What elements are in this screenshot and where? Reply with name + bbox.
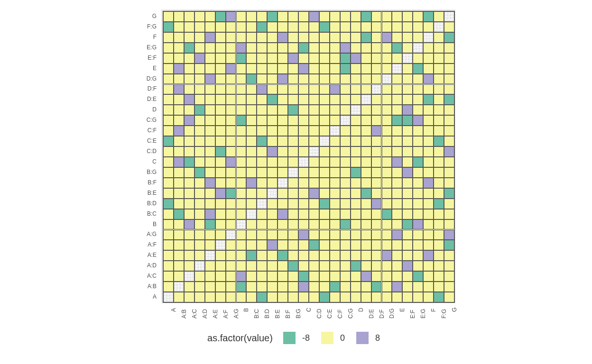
heatmap-cell bbox=[309, 74, 319, 84]
heatmap-cell bbox=[194, 209, 205, 219]
heatmap-cell bbox=[246, 250, 257, 261]
heatmap-cell bbox=[194, 126, 205, 136]
heatmap-cell bbox=[371, 74, 382, 84]
heatmap-cell bbox=[288, 22, 298, 32]
heatmap-cell bbox=[163, 219, 174, 230]
heatmap-cell bbox=[392, 84, 402, 95]
x-tick-label: A:G bbox=[233, 309, 240, 318]
heatmap-cell bbox=[174, 53, 184, 64]
heatmap-cell bbox=[382, 43, 392, 53]
heatmap-cell bbox=[413, 178, 423, 188]
heatmap-cell bbox=[340, 261, 351, 271]
heatmap-cell bbox=[184, 32, 194, 43]
legend-label-neg8: -8 bbox=[302, 333, 310, 343]
heatmap-cell bbox=[226, 250, 236, 261]
heatmap-cell bbox=[267, 105, 278, 115]
heatmap-cell bbox=[246, 292, 257, 302]
heatmap-cell bbox=[319, 271, 330, 282]
heatmap-cell bbox=[298, 209, 309, 219]
heatmap-cell bbox=[309, 157, 319, 167]
heatmap-cell bbox=[423, 271, 434, 282]
heatmap-cell bbox=[236, 94, 247, 105]
heatmap-cell bbox=[434, 84, 444, 95]
heatmap-cell bbox=[184, 240, 194, 250]
heatmap-cell bbox=[267, 146, 278, 157]
heatmap-cell bbox=[194, 230, 205, 240]
heatmap-cell bbox=[163, 271, 174, 282]
heatmap-cell bbox=[215, 250, 226, 261]
heatmap-cell bbox=[423, 167, 434, 178]
heatmap-cell bbox=[226, 11, 236, 22]
heatmap-cell bbox=[371, 11, 382, 22]
heatmap-cell bbox=[215, 292, 226, 302]
heatmap-cell bbox=[382, 64, 392, 74]
heatmap-cell bbox=[361, 105, 371, 115]
heatmap-cell bbox=[319, 250, 330, 261]
heatmap-cell bbox=[309, 126, 319, 136]
heatmap-cell bbox=[288, 219, 298, 230]
heatmap-cell bbox=[205, 74, 215, 84]
heatmap-cell bbox=[319, 53, 330, 64]
heatmap-cell bbox=[392, 146, 402, 157]
heatmap-cell bbox=[361, 43, 371, 53]
heatmap-cell bbox=[423, 105, 434, 115]
heatmap-cell bbox=[267, 292, 278, 302]
heatmap-cell bbox=[402, 115, 413, 126]
heatmap-cell bbox=[392, 105, 402, 115]
x-tick-label: B:C bbox=[253, 309, 260, 318]
heatmap-cell bbox=[330, 261, 340, 271]
heatmap-cell bbox=[257, 240, 267, 250]
heatmap-cell bbox=[267, 178, 278, 188]
heatmap-cell bbox=[267, 22, 278, 32]
heatmap-cell bbox=[309, 32, 319, 43]
heatmap-cell bbox=[226, 230, 236, 240]
heatmap-cell bbox=[413, 230, 423, 240]
heatmap-cell bbox=[330, 94, 340, 105]
heatmap-cell bbox=[382, 209, 392, 219]
heatmap-cell bbox=[351, 282, 361, 292]
heatmap-cell bbox=[288, 105, 298, 115]
heatmap-cell bbox=[340, 32, 351, 43]
heatmap-cell bbox=[236, 261, 247, 271]
heatmap-cell bbox=[257, 167, 267, 178]
heatmap-cell bbox=[402, 271, 413, 282]
heatmap-cell bbox=[330, 219, 340, 230]
heatmap-cell bbox=[278, 74, 288, 84]
heatmap-cell bbox=[340, 146, 351, 157]
heatmap-cell bbox=[330, 167, 340, 178]
heatmap-cell bbox=[278, 250, 288, 261]
heatmap-cell bbox=[413, 115, 423, 126]
heatmap-cell bbox=[174, 94, 184, 105]
heatmap-cell bbox=[267, 94, 278, 105]
heatmap-cell bbox=[298, 84, 309, 95]
heatmap-cell bbox=[340, 292, 351, 302]
heatmap-cell bbox=[194, 94, 205, 105]
heatmap-cell bbox=[371, 43, 382, 53]
heatmap-cell bbox=[382, 53, 392, 64]
heatmap-cell bbox=[246, 136, 257, 146]
heatmap-cell bbox=[288, 94, 298, 105]
heatmap-cell bbox=[351, 146, 361, 157]
heatmap-cell bbox=[257, 115, 267, 126]
heatmap-cell bbox=[423, 53, 434, 64]
heatmap-cell bbox=[174, 22, 184, 32]
heatmap-cell bbox=[444, 167, 454, 178]
heatmap-cell bbox=[392, 250, 402, 261]
heatmap-cell bbox=[267, 209, 278, 219]
heatmap-cell bbox=[226, 115, 236, 126]
heatmap-cell bbox=[257, 261, 267, 271]
heatmap-cell bbox=[267, 53, 278, 64]
heatmap-cell bbox=[288, 136, 298, 146]
heatmap-cell bbox=[288, 126, 298, 136]
heatmap-cell bbox=[413, 94, 423, 105]
heatmap-cell bbox=[444, 126, 454, 136]
x-tick-label: A bbox=[170, 308, 177, 312]
heatmap-cell bbox=[319, 74, 330, 84]
heatmap-cell bbox=[215, 188, 226, 199]
heatmap-cell bbox=[215, 271, 226, 282]
heatmap-cell bbox=[423, 199, 434, 209]
heatmap-cell bbox=[319, 240, 330, 250]
heatmap-cell bbox=[205, 105, 215, 115]
heatmap-cell bbox=[330, 74, 340, 84]
heatmap-cell bbox=[267, 74, 278, 84]
